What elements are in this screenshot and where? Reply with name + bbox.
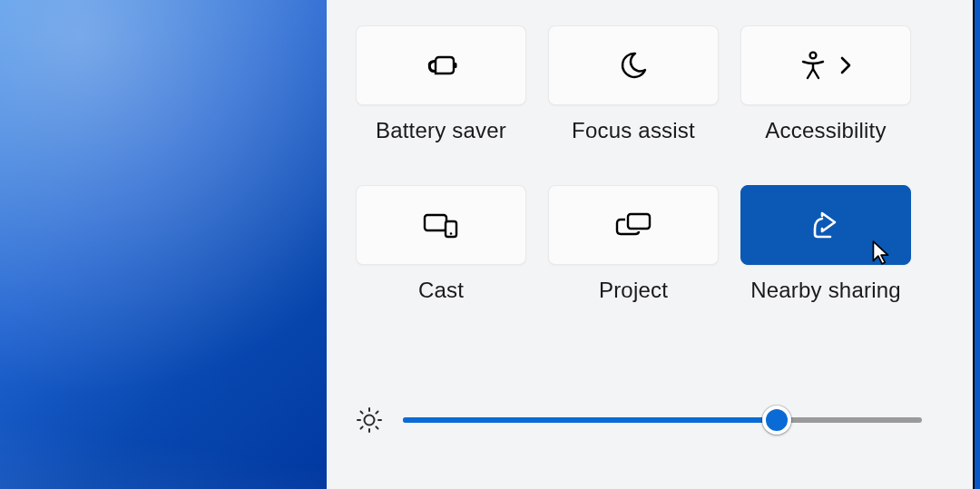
focus-assist-label: Focus assist — [572, 118, 695, 143]
project-button[interactable] — [548, 185, 719, 265]
quick-tile-cast: Cast — [356, 185, 526, 303]
svg-line-12 — [376, 426, 377, 428]
chevron-right-icon — [839, 55, 852, 75]
cast-button[interactable] — [356, 185, 526, 265]
brightness-thumb[interactable] — [762, 406, 791, 435]
accessibility-button[interactable] — [740, 25, 911, 105]
desktop-wallpaper — [0, 0, 327, 489]
accessibility-icon — [799, 51, 827, 80]
brightness-icon — [356, 406, 383, 434]
moon-icon — [618, 50, 649, 81]
battery-saver-button[interactable] — [356, 25, 526, 105]
svg-line-13 — [376, 412, 377, 414]
accessibility-label: Accessibility — [765, 118, 886, 143]
brightness-slider[interactable] — [356, 402, 922, 438]
cast-label: Cast — [418, 278, 464, 303]
nearby-sharing-button[interactable] — [740, 185, 911, 265]
svg-rect-2 — [425, 215, 446, 230]
quick-tile-battery-saver: Battery saver — [356, 25, 526, 143]
share-icon — [810, 210, 841, 240]
project-icon — [614, 211, 652, 239]
battery-saver-label: Battery saver — [376, 118, 506, 143]
svg-rect-0 — [454, 63, 457, 68]
quick-tile-nearby-sharing: Nearby sharing — [740, 185, 911, 303]
battery-saver-icon — [423, 53, 459, 78]
quick-tile-focus-assist: Focus assist — [548, 25, 719, 143]
panel-right-edge — [975, 0, 980, 489]
svg-point-4 — [450, 232, 453, 235]
quick-tile-project: Project — [548, 185, 719, 303]
quick-settings-panel: Battery saver Focus assist — [327, 0, 973, 489]
svg-point-6 — [365, 416, 375, 425]
quick-settings-grid: Battery saver Focus assist — [356, 25, 944, 303]
cast-icon — [422, 211, 460, 239]
svg-line-14 — [361, 426, 363, 428]
brightness-track[interactable] — [403, 417, 922, 423]
nearby-sharing-label: Nearby sharing — [750, 278, 901, 303]
svg-rect-5 — [628, 214, 650, 229]
svg-line-11 — [361, 412, 363, 414]
project-label: Project — [599, 278, 668, 303]
svg-point-1 — [810, 53, 817, 59]
brightness-fill — [403, 417, 777, 423]
quick-tile-accessibility: Accessibility — [740, 25, 911, 143]
focus-assist-button[interactable] — [548, 25, 719, 105]
